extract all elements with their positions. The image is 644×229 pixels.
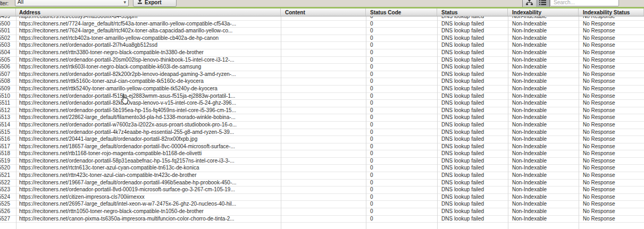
cell-row-number: 5527 <box>0 216 16 223</box>
cell-status: DNS lookup failed <box>437 107 508 114</box>
cell-indexability-status: No Response <box>579 158 644 165</box>
table-row[interactable]: 5516https://recitoners.net/20441-large_d… <box>0 136 644 143</box>
cell-address: https://recitoners.net/rtcb402a-toner-am… <box>16 35 281 42</box>
table-header: Address Content Status Code Status Index… <box>0 9 644 16</box>
cell-status: DNS lookup failed <box>437 122 508 129</box>
table-row[interactable]: 5526https://recitoners.net/rttn1050-tone… <box>0 208 644 216</box>
cell-status-code: 0 <box>366 42 437 49</box>
cell-address: https://recitoners.net/ordenador-portati… <box>16 186 281 193</box>
cell-indexability-status: No Response <box>579 16 644 20</box>
cell-status-code: 0 <box>366 158 437 165</box>
table-row[interactable]: 5519https://recitoners.net/ordenador-por… <box>0 158 644 165</box>
table-row[interactable]: 5513https://recitoners.net/22862-large_d… <box>0 114 644 122</box>
cell-status-code: 0 <box>366 150 437 157</box>
cell-indexability: Non-Indexable <box>508 78 579 85</box>
header-cell-row-number <box>0 9 16 16</box>
cell-row-number: 5510 <box>0 93 16 100</box>
column-divider <box>16 16 16 229</box>
table-row[interactable]: 5523https://recitoners.net/ordenador-por… <box>0 186 644 194</box>
table-row[interactable]: 5500https://recitoners.net/7724-large_de… <box>0 21 644 28</box>
cell-status: DNS lookup failed <box>437 114 508 121</box>
table-row[interactable]: 5521https://recitoners.net/rttn423c-tone… <box>0 172 644 180</box>
cell-status-code: 0 <box>366 114 437 121</box>
table-row[interactable]: 5503https://recitoners.net/ordenador-por… <box>0 42 644 49</box>
table-row[interactable]: 5527https://recitoners.net/canon-pixma-t… <box>0 216 644 223</box>
table-row[interactable]: 5517https://recitoners.net/18657-large_d… <box>0 143 644 151</box>
cell-row-number: 5499 <box>0 16 16 20</box>
cell-address: https://recitoners.net/19667-large_defau… <box>16 180 281 186</box>
table-row[interactable]: 5504https://recitoners.net/rttn3380-tone… <box>0 49 644 57</box>
cell-indexability: Non-Indexable <box>508 93 579 100</box>
cell-row-number: 5514 <box>0 122 16 129</box>
cell-status: DNS lookup failed <box>437 78 508 85</box>
table-row[interactable]: 5505https://recitoners.net/ordenador-por… <box>0 57 644 64</box>
header-cell-indexability[interactable]: Indexability <box>508 9 579 16</box>
cell-indexability: Non-Indexable <box>508 57 579 64</box>
cell-row-number: 5508 <box>0 78 16 85</box>
cell-content <box>281 136 366 143</box>
table-row[interactable]: 5525https://recitoners.net/26957-large_d… <box>0 201 644 208</box>
cell-indexability-status: No Response <box>579 86 644 92</box>
table-row[interactable]: 5512https://recitoners.net/ordenador-por… <box>0 107 644 115</box>
cell-indexability: Non-Indexable <box>508 86 579 92</box>
cell-status: DNS lookup failed <box>437 208 508 215</box>
header-cell-status-code[interactable]: Status Code <box>366 9 437 16</box>
table-row[interactable]: 5509https://recitoners.net/rttk5240y-ton… <box>0 86 644 93</box>
column-divider <box>281 16 281 229</box>
filter-dropdown[interactable]: All ▾ <box>15 0 129 6</box>
cell-indexability-status: No Response <box>579 64 644 71</box>
cell-indexability-status: No Response <box>579 122 644 129</box>
table-row[interactable]: 5499https://recitoners.net/ecosys-ma5500… <box>0 16 644 21</box>
cell-content <box>281 28 366 35</box>
cell-status-code: 0 <box>366 194 437 201</box>
header-cell-address[interactable]: Address <box>16 9 281 16</box>
table-row[interactable]: 5520https://recitoners.net/rtctn613c-ton… <box>0 165 644 172</box>
cell-status-code: 0 <box>366 186 437 193</box>
cell-address: https://recitoners.net/26957-large_defau… <box>16 201 281 208</box>
cell-status: DNS lookup failed <box>437 49 508 56</box>
column-divider <box>508 16 508 229</box>
cell-row-number: 5506 <box>0 64 16 71</box>
table-row[interactable]: 5508https://recitoners.net/rttk5160c-ton… <box>0 78 644 86</box>
crawler-results-window: Filter: All ▾ Export <box>0 0 644 229</box>
header-cell-status[interactable]: Status <box>437 9 508 16</box>
table-row[interactable]: 5522https://recitoners.net/19667-large_d… <box>0 180 644 187</box>
search-input[interactable] <box>550 0 619 6</box>
cell-status: DNS lookup failed <box>437 16 508 20</box>
table-row[interactable]: 5515https://recitoners.net/ordenador-por… <box>0 129 644 137</box>
table-row[interactable]: 5510https://recitoners.net/ordenador-por… <box>0 93 644 100</box>
cell-address: https://recitoners.net/rttn3380-toner-ne… <box>16 49 281 56</box>
cell-content <box>281 122 366 129</box>
table-row[interactable]: 5514https://recitoners.net/ordenador-por… <box>0 122 644 129</box>
table-row[interactable]: 5506https://recitoners.net/rtk603l-toner… <box>0 64 644 71</box>
list-view-button[interactable] <box>536 0 549 7</box>
cell-status-code: 0 <box>366 136 437 143</box>
filter-value: All <box>18 0 23 5</box>
cell-indexability: Non-Indexable <box>508 180 579 186</box>
cell-content <box>281 35 366 42</box>
cell-address: https://recitoners.net/ordenador-portati… <box>16 57 281 64</box>
cell-content <box>281 16 366 20</box>
table-row[interactable]: 5524https://recitoners.net/citizen-impre… <box>0 194 644 201</box>
cell-content <box>281 64 366 71</box>
export-button[interactable]: Export <box>133 0 177 7</box>
cell-content <box>281 71 366 78</box>
cell-address: https://recitoners.net/ordenador-portati… <box>16 107 281 114</box>
header-cell-indexability-status[interactable]: Indexability Status <box>579 9 644 16</box>
cell-content <box>281 86 366 92</box>
tree-view-button[interactable] <box>523 0 536 7</box>
table-row[interactable]: 5518https://recitoners.net/rtb1168-toner… <box>0 150 644 158</box>
header-cell-content[interactable]: Content <box>281 9 366 16</box>
cell-row-number: 5523 <box>0 186 16 193</box>
cell-indexability-status: No Response <box>579 186 644 193</box>
table-row[interactable]: 5502https://recitoners.net/rtcb402a-tone… <box>0 35 644 43</box>
table-row[interactable]: 5501https://recitoners.net/7624-large_de… <box>0 28 644 35</box>
table-row[interactable]: 5507https://recitoners.net/ordenador-por… <box>0 71 644 79</box>
cell-indexability: Non-Indexable <box>508 143 579 150</box>
cell-address: https://recitoners.net/22862-large_defau… <box>16 114 281 121</box>
table-row[interactable]: 5511https://recitoners.net/ordenador-por… <box>0 100 644 107</box>
cell-status: DNS lookup failed <box>437 35 508 42</box>
cell-address: https://recitoners.net/rtctn613c-toner-a… <box>16 165 281 172</box>
column-divider <box>579 16 579 229</box>
cell-content <box>281 114 366 121</box>
